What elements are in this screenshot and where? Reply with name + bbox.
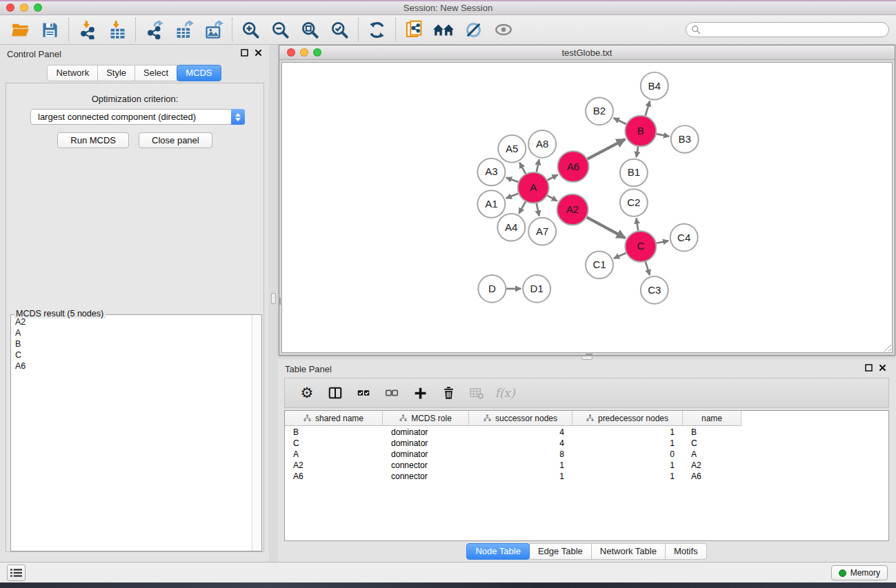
node-table: shared nameMCDS rolesuccessor nodesprede… <box>284 410 889 541</box>
float-panel-icon[interactable] <box>241 49 248 57</box>
zoom-in-button[interactable] <box>236 17 266 43</box>
table-toolbar: ⚙ <box>284 378 889 408</box>
result-item[interactable]: A2 <box>11 316 252 327</box>
network-canvas[interactable]: B4B2BB3A5A8A6A3B1AA1C2A2A4A7C4CC1DD1C3 <box>281 62 893 353</box>
edge-A-A2[interactable] <box>548 196 557 201</box>
tab-node-table[interactable]: Node Table <box>466 543 530 560</box>
import-table-button[interactable] <box>102 17 132 43</box>
status-bar: Memory <box>0 562 896 582</box>
edge-A2-C[interactable] <box>587 217 626 238</box>
table-row[interactable]: Cdominator41C <box>285 438 888 449</box>
add-row-button[interactable] <box>412 384 428 402</box>
edge-C-C1[interactable] <box>614 253 626 258</box>
tab-network-table[interactable]: Network Table <box>591 543 666 560</box>
edge-A-A1[interactable] <box>506 194 519 199</box>
zoom-selected-button[interactable] <box>325 17 355 43</box>
network-file-icon <box>405 20 424 39</box>
result-item[interactable]: B <box>11 338 252 349</box>
import-network-button[interactable] <box>72 17 102 43</box>
divider-grip[interactable] <box>271 293 276 304</box>
criterion-dropdown[interactable]: largest connected component (directed) <box>30 109 245 125</box>
cell-predecessor: 1 <box>573 427 683 437</box>
close-panel-icon[interactable] <box>879 364 886 372</box>
delete-row-button[interactable] <box>440 384 457 402</box>
result-scrollbar[interactable] <box>252 315 261 551</box>
tab-style[interactable]: Style <box>97 65 135 81</box>
tab-network[interactable]: Network <box>47 65 98 81</box>
export-network-icon <box>145 20 164 39</box>
vertical-split-divider[interactable] <box>269 45 278 562</box>
mcds-result-list[interactable]: A2ABCA6 <box>11 316 252 551</box>
edge-C-C3[interactable] <box>646 262 650 275</box>
export-network-button[interactable] <box>139 17 169 43</box>
result-item[interactable]: A <box>11 327 252 338</box>
network-graph[interactable]: B4B2BB3A5A8A6A3B1AA1C2A2A4A7C4CC1DD1C3 <box>282 63 892 352</box>
run-mcds-button[interactable]: Run MCDS <box>57 132 129 148</box>
result-item[interactable]: C <box>11 349 252 361</box>
column-header-successor-nodes[interactable]: successor nodes <box>469 411 573 425</box>
search-input[interactable] <box>686 22 889 37</box>
edge-C-C2[interactable] <box>636 219 638 231</box>
float-panel-icon[interactable] <box>865 364 873 372</box>
node-label-D1: D1 <box>530 283 544 294</box>
column-header-mcds-role[interactable]: MCDS role <box>383 411 469 425</box>
edge-C-C4[interactable] <box>657 241 668 243</box>
edge-B-B4[interactable] <box>646 101 650 115</box>
search-container <box>686 22 889 37</box>
table-row[interactable]: A6connector11A6 <box>285 471 888 482</box>
edge-A-A6[interactable] <box>548 174 558 180</box>
toolbar-separator <box>232 18 232 41</box>
edge-A6-B[interactable] <box>588 139 626 159</box>
cell-shared_name: A2 <box>285 460 383 470</box>
tab-select[interactable]: Select <box>135 65 177 81</box>
column-header-shared-name[interactable]: shared name <box>285 411 383 425</box>
zoom-out-button[interactable] <box>266 17 295 43</box>
attribute-tree-icon <box>303 414 311 422</box>
zoom-fit-button[interactable] <box>295 17 325 43</box>
result-item[interactable]: A6 <box>11 361 252 372</box>
close-panel-icon[interactable] <box>255 49 262 57</box>
column-header-predecessor-nodes[interactable]: predecessor nodes <box>573 411 683 425</box>
show-column-button[interactable] <box>327 384 344 402</box>
cell-shared_name: C <box>285 438 383 448</box>
export-image-button[interactable] <box>199 17 228 43</box>
tab-mcds[interactable]: MCDS <box>177 65 221 81</box>
table-row[interactable]: A2connector11A2 <box>285 460 888 471</box>
graphics-details-icon <box>464 21 483 39</box>
show-hide-graphics-button[interactable] <box>459 17 488 43</box>
close-panel-button[interactable]: Close panel <box>139 132 212 148</box>
table-settings-button[interactable]: ⚙ <box>299 384 315 402</box>
trash-icon <box>441 385 456 401</box>
search-icon <box>691 25 701 34</box>
export-table-button[interactable] <box>169 17 199 43</box>
node-label-B4: B4 <box>648 81 661 92</box>
tab-edge-table[interactable]: Edge Table <box>529 543 592 560</box>
network-from-file-button[interactable] <box>399 17 429 43</box>
edge-A-A3[interactable] <box>506 178 518 183</box>
network-window-titlebar[interactable]: testGlobe.txt <box>279 45 895 60</box>
memory-button[interactable]: Memory <box>831 565 888 580</box>
refresh-layout-button[interactable] <box>362 17 392 43</box>
unselect-all-icon <box>384 385 399 401</box>
edge-A-A8[interactable] <box>537 159 539 172</box>
table-row[interactable]: Bdominator41B <box>285 427 888 438</box>
unselect-all-button[interactable] <box>384 384 400 402</box>
edge-B-B2[interactable] <box>614 118 626 124</box>
select-all-button[interactable] <box>355 384 372 402</box>
node-label-A3: A3 <box>485 166 497 177</box>
panel-menu-button[interactable] <box>7 565 26 581</box>
zoom-out-icon <box>271 21 290 39</box>
home-button[interactable] <box>429 17 459 43</box>
edge-A-A7[interactable] <box>537 203 539 216</box>
edge-A-A5[interactable] <box>519 163 526 174</box>
edge-B-B3[interactable] <box>657 134 669 136</box>
window-edge-handle[interactable] <box>279 298 281 305</box>
edge-B-B1[interactable] <box>637 147 638 157</box>
column-header-name[interactable]: name <box>683 411 741 425</box>
save-session-button[interactable] <box>35 17 65 43</box>
open-session-button[interactable] <box>6 17 35 43</box>
edge-A-A4[interactable] <box>519 202 526 214</box>
tab-motifs[interactable]: Motifs <box>665 543 707 560</box>
eye-button[interactable] <box>488 17 518 43</box>
table-row[interactable]: Adominator80A <box>285 449 888 460</box>
